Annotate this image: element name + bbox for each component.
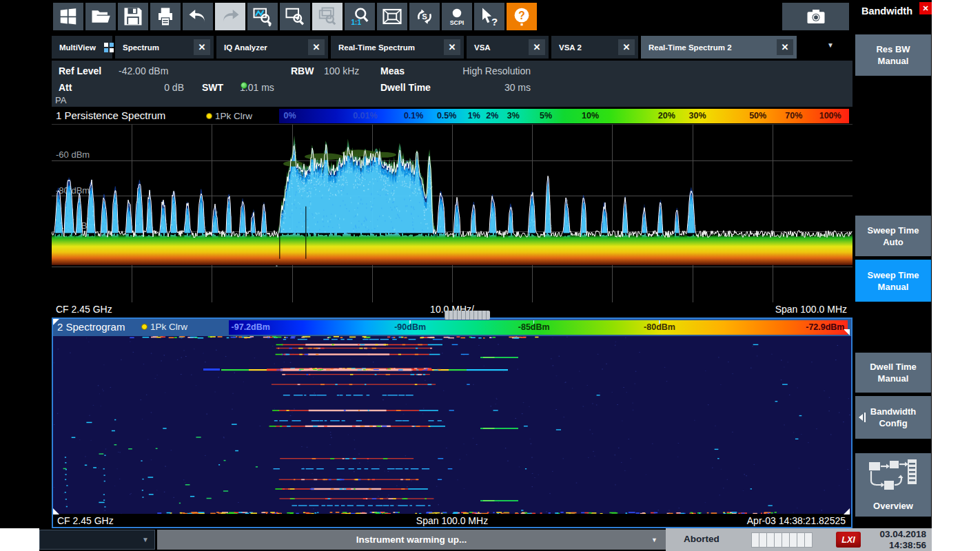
sequencer-button[interactable]: S	[409, 3, 440, 30]
tab-real-time-spectrum-2[interactable]: Real-Time Spectrum 2 ✕	[641, 36, 797, 59]
softkey-overview[interactable]: Overview	[855, 453, 931, 517]
scale-label: 0.01%	[353, 111, 377, 121]
tab-overflow-dropdown[interactable]: ▼	[827, 41, 834, 49]
svg-text:1:1: 1:1	[351, 19, 362, 26]
print-button[interactable]	[150, 3, 181, 30]
tab-vsa-2[interactable]: VSA 2 ✕	[551, 36, 638, 59]
trace-color-dot-icon	[206, 113, 212, 119]
display-frame-icon	[382, 6, 402, 27]
statusbar-spacer	[0, 528, 39, 551]
swt-label: SWT	[202, 82, 223, 93]
zoom-trace-button[interactable]	[247, 3, 278, 30]
status-message-bar[interactable]: Instrument warming up... ▼	[157, 530, 666, 550]
scale-label: 1%	[468, 111, 480, 121]
softkey-bandwidth-config[interactable]: BandwidthConfig	[855, 396, 931, 439]
persistence-spectrum-window[interactable]: 1 Persistence Spectrum 1Pk Clrw 0%0.01%0…	[52, 108, 853, 318]
tab-iq-analyzer[interactable]: IQ Analyzer ✕	[216, 36, 328, 59]
multi-zoom-button[interactable]	[312, 3, 343, 30]
softkey-dwell-time-manual[interactable]: Dwell TimeManual	[855, 353, 931, 393]
center-frequency-readout: CF 2.45 GHz	[57, 515, 114, 526]
selected-window-corner-marker	[844, 508, 850, 514]
redo-button[interactable]	[215, 3, 245, 30]
scale-label: 50%	[749, 111, 766, 121]
softkey-sweep-time-auto[interactable]: Sweep TimeAuto	[855, 216, 931, 256]
ref-level-value: -42.00 dBm	[119, 65, 168, 76]
softkey-sweep-time-manual[interactable]: Sweep TimeManual	[855, 260, 931, 302]
scale-label: 20%	[658, 111, 675, 121]
scale-label: 2%	[486, 111, 498, 121]
zoom-trace-icon	[252, 6, 273, 27]
analyzer-app: 1:1 S SCPI ? ? MultiView Spectrum ✕	[0, 0, 932, 551]
submenu-arrow-icon	[859, 414, 863, 421]
close-tab-icon[interactable]: ✕	[529, 39, 545, 55]
spectrogram-plot-area[interactable]	[53, 336, 851, 514]
statusbar-info-area: Aborted LXI 03.04.2018 14:38:56	[666, 528, 932, 551]
message-history-dropdown[interactable]: ▼	[39, 530, 155, 550]
scale-label: 30%	[689, 111, 706, 121]
save-button[interactable]	[118, 3, 148, 30]
spectrogram-window[interactable]: 2 Spectrogram 1Pk Clrw -97.2dBm-90dBm-85…	[52, 318, 853, 528]
pa-indicator: PA	[55, 95, 66, 105]
spectrogram-window-header: 2 Spectrogram 1Pk Clrw -97.2dBm-90dBm-85…	[53, 319, 851, 336]
lxi-logo: LXI	[836, 532, 861, 548]
scale-label: -90dBm	[394, 322, 426, 332]
tab-vsa[interactable]: VSA ✕	[467, 36, 549, 59]
open-folder-icon	[90, 6, 111, 27]
scale-label: -85dBm	[518, 322, 550, 332]
close-tab-icon[interactable]: ✕	[194, 39, 210, 55]
persistence-window-title: 1 Persistence Spectrum	[56, 110, 165, 121]
zoom-one-to-one-button[interactable]: 1:1	[345, 3, 375, 30]
att-value: 0 dB	[110, 82, 184, 93]
scale-label: 70%	[785, 111, 802, 121]
zoom-area-button[interactable]	[280, 3, 310, 30]
scale-label: 0%	[284, 111, 296, 121]
svg-text:SCPI: SCPI	[450, 19, 464, 26]
multi-zoom-icon	[317, 6, 338, 27]
svg-text:?: ?	[491, 16, 498, 28]
status-message: Instrument warming up...	[356, 534, 467, 545]
undo-button[interactable]	[183, 3, 213, 30]
chevron-down-icon: ▼	[142, 536, 149, 543]
tab-spectrum[interactable]: Spectrum ✕	[115, 36, 214, 59]
chevron-down-icon: ▼	[651, 537, 657, 543]
windows-menu-button[interactable]	[53, 3, 83, 30]
sequencer-icon: S	[414, 6, 435, 27]
softkey-menu-close-button[interactable]: ✕	[919, 2, 932, 14]
svg-text:S: S	[422, 12, 427, 21]
tab-multiview[interactable]: MultiView	[52, 36, 112, 59]
undo-arrow-icon	[187, 6, 208, 27]
close-tab-icon[interactable]: ✕	[618, 39, 635, 55]
spectrogram-canvas	[53, 336, 851, 514]
open-file-button[interactable]	[85, 3, 116, 30]
help-button[interactable]: ?	[507, 3, 537, 30]
date-time-display: 03.04.2018 14:38:56	[879, 529, 926, 551]
scale-label: 0.1%	[404, 111, 424, 121]
close-tab-icon[interactable]: ✕	[308, 39, 325, 55]
softkey-res-bw-manual[interactable]: Res BWManual	[855, 34, 931, 76]
selected-window-corner-marker	[53, 508, 59, 514]
context-help-button[interactable]: ?	[474, 3, 504, 30]
span-readout: Span 100.0 MHz	[416, 515, 488, 526]
softkey-menu-title: Bandwidth	[855, 6, 919, 17]
help-cursor-icon: ?	[479, 6, 500, 27]
channel-settings-bar[interactable]: Ref Level -42.00 dBm Att 0 dB SWT 1.01 m…	[52, 61, 853, 107]
save-floppy-icon	[123, 6, 143, 27]
persistence-plot-area[interactable]: -60 dBm -80 dBm -100 dBm	[52, 124, 853, 302]
selected-window-corner-marker	[844, 329, 850, 335]
scpi-recorder-button[interactable]: SCPI	[442, 3, 472, 30]
printer-icon	[155, 6, 176, 27]
close-tab-icon[interactable]: ✕	[777, 39, 793, 55]
close-tab-icon[interactable]: ✕	[444, 39, 460, 55]
camera-icon	[806, 6, 826, 27]
scale-label: 0.5%	[437, 111, 457, 121]
overview-flowchart-icon	[868, 459, 918, 496]
screenshot-button[interactable]	[782, 3, 849, 30]
dwell-time-value: 30 ms	[414, 82, 531, 93]
split-display-button[interactable]	[377, 3, 407, 30]
tab-real-time-spectrum[interactable]: Real-Time Spectrum ✕	[331, 36, 464, 59]
spectrogram-timestamp: Apr-03 14:38:21.82525	[747, 515, 846, 526]
window-splitter-handle[interactable]	[445, 311, 490, 320]
center-frequency-readout: CF 2.45 GHz	[56, 304, 112, 315]
scale-label: 3%	[507, 111, 520, 121]
scpi-record-icon: SCPI	[447, 6, 467, 27]
